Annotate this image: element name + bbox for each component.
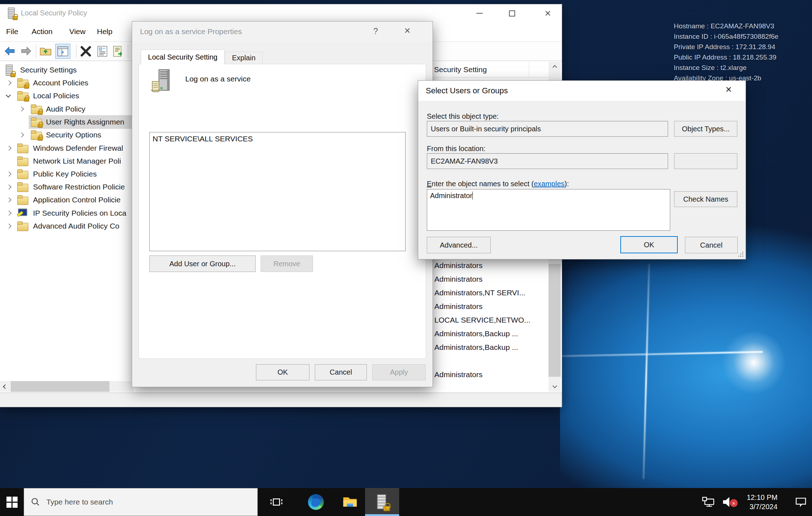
- apply-button[interactable]: Apply: [372, 364, 426, 380]
- list-row[interactable]: Administrators,Backup ...: [434, 327, 518, 341]
- log-on-as-a-service-properties-dialog: Log on as a service Properties ? × Local…: [132, 22, 433, 387]
- chevron-right-icon[interactable]: [19, 132, 24, 137]
- scrollbar-thumb[interactable]: [549, 264, 561, 377]
- members-listbox[interactable]: NT SERVICE\ALL SERVICES: [149, 132, 406, 251]
- list-row[interactable]: Administrators,Backup ...: [434, 341, 518, 355]
- task-view-button[interactable]: [264, 488, 289, 516]
- app-icon: [7, 8, 17, 19]
- close-icon[interactable]: ×: [725, 83, 732, 95]
- mute-badge-icon: ×: [730, 499, 738, 507]
- menu-help[interactable]: Help: [97, 27, 112, 36]
- forward-icon[interactable]: [19, 44, 34, 59]
- volume-tray-button[interactable]: ×: [718, 488, 738, 516]
- folder-icon: [17, 169, 28, 179]
- server-lock-icon: [376, 494, 388, 510]
- folder-icon: [17, 156, 28, 166]
- scrollbar-thumb[interactable]: [11, 381, 109, 392]
- list-row[interactable]: Administrators: [434, 273, 482, 286]
- help-icon[interactable]: ?: [373, 27, 378, 36]
- action-center-button[interactable]: [790, 488, 812, 516]
- console-tree-pane: Security Settings Account Policies Local…: [0, 61, 134, 381]
- chevron-right-icon[interactable]: [6, 146, 11, 151]
- close-button[interactable]: ×: [535, 4, 561, 22]
- object-types-button[interactable]: Object Types...: [674, 121, 737, 137]
- instance-info-overlay: Hostname : EC2AMAZ-FAN98V3 Instance ID :…: [674, 21, 779, 83]
- folder-icon: [17, 144, 28, 153]
- local-security-policy-taskbar-button[interactable]: [365, 488, 399, 516]
- show-hide-console-tree-icon[interactable]: [55, 44, 70, 59]
- folder-lock-icon: [31, 117, 42, 127]
- task-view-icon: [269, 495, 284, 509]
- list-row[interactable]: Administrators: [434, 259, 482, 273]
- chevron-right-icon[interactable]: [6, 224, 11, 229]
- list-row[interactable]: Administrators: [434, 368, 482, 382]
- tab-explain[interactable]: Explain: [225, 52, 263, 64]
- check-names-button[interactable]: Check Names: [674, 191, 737, 207]
- maximize-button[interactable]: [499, 4, 525, 22]
- remove-button[interactable]: Remove: [261, 255, 313, 272]
- delete-icon[interactable]: [78, 44, 93, 59]
- scroll-left-icon[interactable]: [0, 381, 10, 392]
- search-placeholder: Type here to search: [46, 498, 113, 506]
- clock[interactable]: 12:10 PM 3/7/2024: [739, 488, 785, 516]
- menu-action[interactable]: Action: [32, 27, 52, 36]
- window-status-band: [0, 393, 562, 407]
- member-item[interactable]: NT SERVICE\ALL SERVICES: [153, 135, 253, 143]
- chevron-right-icon[interactable]: [6, 172, 11, 177]
- edge-taskbar-button[interactable]: [303, 488, 329, 516]
- dialog-title: Select Users or Groups: [426, 86, 508, 95]
- up-one-level-icon[interactable]: [38, 44, 53, 59]
- hostname-line: Hostname : EC2AMAZ-FAN98V3: [674, 21, 779, 31]
- folder-lock-icon: [31, 130, 42, 140]
- chevron-right-icon[interactable]: [6, 197, 11, 202]
- ok-button[interactable]: OK: [256, 364, 309, 380]
- properties-icon[interactable]: [95, 44, 110, 59]
- start-button[interactable]: [0, 488, 24, 516]
- public-ip-line: Public IP Address : 18.218.255.39: [674, 52, 779, 62]
- advanced-button[interactable]: Advanced...: [427, 237, 491, 253]
- chevron-right-icon[interactable]: [6, 184, 11, 189]
- examples-link[interactable]: examples: [534, 180, 565, 188]
- menu-file[interactable]: File: [6, 27, 18, 36]
- chevron-right-icon[interactable]: [6, 211, 11, 216]
- add-user-or-group-button[interactable]: Add User or Group...: [149, 255, 256, 272]
- from-location-label: From this location:: [427, 145, 485, 153]
- resize-grip[interactable]: [738, 252, 743, 257]
- column-header-security-setting[interactable]: Security Setting: [433, 62, 549, 78]
- chevron-right-icon[interactable]: [19, 107, 24, 112]
- object-type-field: Users or Built-in security principals: [427, 121, 668, 137]
- taskbar-search[interactable]: Type here to search: [24, 488, 258, 516]
- folder-icon: [17, 182, 28, 192]
- tree-horizontal-scrollbar[interactable]: [0, 381, 134, 392]
- ok-button[interactable]: OK: [620, 236, 678, 253]
- list-row[interactable]: LOCAL SERVICE,NETWO...: [434, 314, 530, 327]
- object-names-input[interactable]: Administrator: [427, 189, 670, 231]
- from-location-field: EC2AMAZ-FAN98V3: [427, 153, 668, 169]
- scroll-down-icon[interactable]: [549, 381, 561, 392]
- cancel-button[interactable]: Cancel: [315, 364, 367, 380]
- close-icon[interactable]: ×: [404, 24, 411, 37]
- instance-id-line: Instance ID : i-065a48f5730882f6e: [674, 31, 779, 42]
- menu-view[interactable]: View: [69, 27, 85, 36]
- cancel-button[interactable]: Cancel: [685, 237, 738, 253]
- list-row[interactable]: Administrators,NT SERVI...: [434, 286, 526, 300]
- minimize-button[interactable]: [467, 4, 493, 22]
- list-row[interactable]: Administrators: [434, 300, 482, 314]
- action-center-icon: [794, 495, 808, 509]
- text-caret: [472, 192, 473, 200]
- folder-icon: [17, 221, 28, 231]
- scroll-up-icon[interactable]: [549, 62, 561, 72]
- dialog-title: Log on as a service Properties: [140, 27, 242, 36]
- export-list-icon[interactable]: [111, 44, 126, 59]
- network-tray-button[interactable]: [699, 488, 718, 516]
- chevron-right-icon[interactable]: [6, 80, 11, 85]
- policy-name: Log on as a service: [185, 75, 251, 83]
- file-explorer-taskbar-button[interactable]: [337, 488, 363, 516]
- chevron-down-icon[interactable]: [6, 93, 11, 98]
- ip-security-icon: [17, 208, 27, 218]
- tab-local-security-setting[interactable]: Local Security Setting: [141, 50, 225, 64]
- back-icon[interactable]: [2, 44, 17, 59]
- wallpaper-flare: [722, 330, 786, 395]
- toolbar-separator: [76, 44, 76, 58]
- locations-button[interactable]: [674, 153, 737, 169]
